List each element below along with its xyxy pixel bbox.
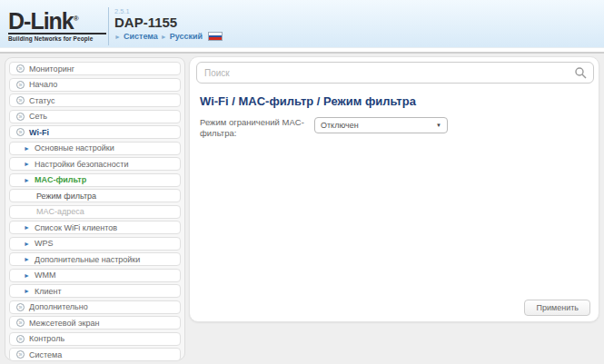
sidebar-item-label: Сеть [29,112,47,121]
chevron-down-icon: ▼ [436,123,441,128]
sidebar-item-network[interactable]: »Сеть [9,110,181,123]
breadcrumb-arrow-icon: ► [161,34,167,40]
sidebar-item-label: Список WiFi клиентов [35,223,117,232]
sidebar-item-additional[interactable]: »Дополнительно [9,300,181,314]
header: D-Link® Building Networks for People 2.5… [0,0,604,48]
chevron-right-icon: ► [24,224,30,231]
sidebar-item-label: MAC-фильтр [35,175,86,184]
sidebar-item-firewall[interactable]: »Межсетевой экран [9,316,181,330]
breadcrumb-arrow-icon: ► [114,34,121,40]
sidebar-item-label: Режим фильтра [36,192,96,201]
sidebar-item-monitoring[interactable]: »Мониторинг [9,62,181,75]
logo-tagline: Building Networks for People [8,33,106,42]
search-box [196,62,594,84]
sidebar-item-label: Межсетевой экран [29,319,99,328]
sidebar-item-wps[interactable]: ►WPS [9,237,181,251]
header-bottom-strip [0,48,604,54]
sidebar-item-label: Контроль [29,334,64,343]
sidebar-item-wmm[interactable]: ►WMM [9,269,181,282]
sidebar-item-label: Wi-Fi [29,128,49,137]
header-divider [108,7,109,45]
mac-filter-mode-row: Режим ограничений MAC-фильтра: Отключен … [200,117,590,139]
circle-chevron-icon: » [16,81,25,89]
select-value: Отключен [321,121,359,130]
search-input[interactable] [196,62,594,84]
sidebar-item-label: Основные настройки [35,143,114,152]
model-block: 2.5.1 DAP-1155 ► Система ► Русский [114,7,223,41]
circle-chevron-icon: » [16,303,25,311]
sidebar-item-label: Начало [29,80,57,89]
main-content-panel: Wi-Fi / MAC-фильтр / Режим фильтра Режим… [189,56,599,322]
mac-filter-mode-select[interactable]: Отключен ▼ [314,117,448,133]
sidebar-item-status[interactable]: »Статус [9,93,181,107]
sidebar-item-label: Клиент [35,287,62,296]
page: D-Link® Building Networks for People 2.5… [0,0,604,364]
breadcrumb: ► Система ► Русский [114,32,223,41]
device-model: DAP-1155 [114,15,223,30]
chevron-right-icon: ► [24,177,30,183]
chevron-right-icon: ► [24,241,30,247]
sidebar-item-security-settings[interactable]: ►Настройки безопасности [9,157,181,171]
sidebar-item-wifi[interactable]: »Wi-Fi [9,125,181,139]
sidebar-item-basic-settings[interactable]: ►Основные настройки [9,142,181,155]
chevron-right-icon: ► [24,288,30,294]
chevron-right-icon: ► [24,161,30,167]
mac-filter-mode-label: Режим ограничений MAC-фильтра: [200,117,314,139]
sidebar-item-label: WPS [35,239,54,248]
russian-flag-icon[interactable] [208,32,223,41]
sidebar-item-label: Мониторинг [29,64,74,74]
circle-chevron-icon: » [16,128,25,136]
dlink-logo-text: D-Link® [8,8,106,32]
sidebar-item-label: Дополнительные настройки [35,255,140,264]
sidebar-item-label: WMM [35,271,56,280]
dlink-logo: D-Link® Building Networks for People [8,8,106,42]
registered-mark-icon: ® [74,15,78,23]
sidebar-item-wifi-clients[interactable]: ►Список WiFi клиентов [9,221,181,234]
breadcrumb-system-link[interactable]: Система [124,32,158,41]
sidebar-item-label: MAC-адреса [36,207,84,216]
circle-chevron-icon: » [16,113,25,121]
sidebar-item-advanced-settings[interactable]: ►Дополнительные настройки [9,252,181,266]
circle-chevron-icon: » [16,64,25,73]
sidebar-item-mac-addresses[interactable]: MAC-адреса [9,205,181,219]
sidebar-item-system[interactable]: »Система [9,348,181,361]
chevron-right-icon: ► [24,145,30,152]
sidebar-menu: »Мониторинг »Начало »Статус »Сеть »Wi-Fi… [5,57,185,360]
sidebar-item-label: Дополнительно [29,302,88,311]
sidebar-item-client[interactable]: ►Клиент [9,284,181,298]
circle-chevron-icon: » [16,350,25,359]
sidebar-item-start[interactable]: »Начало [9,78,181,92]
circle-chevron-icon: » [16,96,25,104]
search-icon[interactable] [574,66,587,79]
breadcrumb-language-link[interactable]: Русский [170,32,203,41]
chevron-right-icon: ► [24,272,30,279]
circle-chevron-icon: » [16,319,25,327]
chevron-right-icon: ► [24,256,30,262]
sidebar-item-label: Система [29,350,62,359]
circle-chevron-icon: » [16,335,25,343]
sidebar-item-label: Настройки безопасности [35,160,129,169]
apply-button[interactable]: Применить [524,300,590,316]
sidebar-item-label: Статус [29,96,54,105]
page-title: Wi-Fi / MAC-фильтр / Режим фильтра [200,94,416,108]
sidebar-item-mac-filter[interactable]: ►MAC-фильтр [9,173,181,187]
logo-wordmark: D-Link [8,8,74,34]
sidebar-item-control[interactable]: »Контроль [9,332,181,346]
sidebar-item-filter-mode[interactable]: Режим фильтра [9,189,181,202]
